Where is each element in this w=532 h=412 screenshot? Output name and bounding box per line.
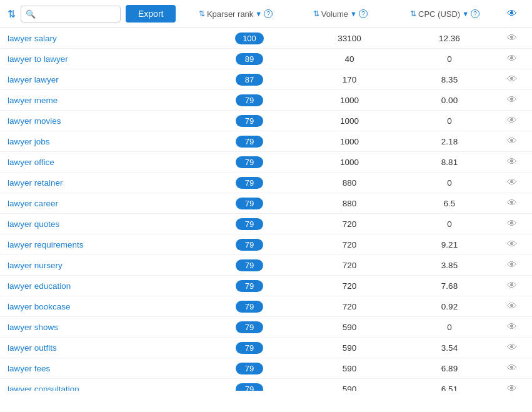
rank-cell: 79 bbox=[199, 136, 299, 148]
rank-badge: 100 bbox=[235, 33, 264, 44]
eye-toggle[interactable]: 👁 bbox=[499, 33, 524, 44]
eye-col-header[interactable]: 👁 bbox=[499, 8, 524, 19]
eye-toggle[interactable]: 👁 bbox=[499, 342, 524, 353]
search-input[interactable] bbox=[21, 6, 121, 23]
eye-toggle[interactable]: 👁 bbox=[499, 259, 524, 271]
eye-toggle[interactable]: 👁 bbox=[499, 239, 524, 250]
volume-cell: 590 bbox=[299, 343, 399, 353]
cpc-cell: 0 bbox=[399, 178, 499, 188]
eye-toggle[interactable]: 👁 bbox=[499, 136, 524, 147]
table-row: lawyer bookcase 79 720 0.92 👁 bbox=[0, 296, 532, 317]
eye-toggle[interactable]: 👁 bbox=[499, 383, 524, 391]
rank-cell: 79 bbox=[199, 363, 299, 374]
keyword-cell[interactable]: lawyer to lawyer bbox=[8, 54, 199, 64]
rank-cell: 79 bbox=[199, 280, 299, 292]
rank-cell: 79 bbox=[199, 218, 299, 230]
eye-toggle[interactable]: 👁 bbox=[499, 156, 524, 168]
cpc-cell: 6.5 bbox=[399, 199, 499, 208]
rank-cell: 89 bbox=[199, 53, 299, 65]
sort-icon[interactable]: ⇅ bbox=[8, 8, 16, 20]
keyword-cell[interactable]: lawyer office bbox=[8, 158, 199, 167]
volume-cell: 590 bbox=[299, 384, 399, 391]
volume-cell: 880 bbox=[299, 199, 399, 208]
eye-toggle[interactable]: 👁 bbox=[499, 198, 524, 209]
cpc-cell: 0 bbox=[399, 219, 499, 229]
volume-cell: 720 bbox=[299, 219, 399, 229]
volume-help-icon[interactable]: ? bbox=[359, 9, 368, 18]
keyword-cell[interactable]: lawyer fees bbox=[8, 364, 199, 373]
keyword-cell[interactable]: lawyer meme bbox=[8, 96, 199, 105]
cpc-label: CPC (USD) bbox=[418, 9, 460, 19]
rank-filter-icon[interactable]: ▼ bbox=[255, 10, 262, 18]
rank-cell: 79 bbox=[199, 383, 299, 391]
keyword-cell[interactable]: lawyer consultation bbox=[8, 384, 199, 391]
eye-toggle[interactable]: 👁 bbox=[499, 301, 524, 312]
volume-filter-icon[interactable]: ▼ bbox=[350, 10, 357, 18]
volume-cell: 170 bbox=[299, 75, 399, 84]
volume-cell: 590 bbox=[299, 323, 399, 332]
volume-cell: 1000 bbox=[299, 96, 399, 105]
cpc-col-header[interactable]: ⇅ CPC (USD) ▼ ? bbox=[395, 9, 494, 19]
keyword-cell[interactable]: lawyer jobs bbox=[8, 137, 199, 146]
eye-toggle[interactable]: 👁 bbox=[499, 363, 524, 374]
eye-toggle[interactable]: 👁 bbox=[499, 115, 524, 126]
rank-badge: 79 bbox=[236, 342, 263, 354]
cpc-cell: 12.36 bbox=[399, 34, 499, 43]
table-row: lawyer consultation 79 590 6.51 👁 bbox=[0, 379, 532, 391]
keyword-cell[interactable]: lawyer education bbox=[8, 281, 199, 291]
eye-toggle[interactable]: 👁 bbox=[499, 218, 524, 229]
keyword-cell[interactable]: lawyer requirements bbox=[8, 240, 199, 249]
keyword-cell[interactable]: lawyer outfits bbox=[8, 343, 199, 353]
keyword-cell[interactable]: lawyer shows bbox=[8, 323, 199, 332]
cpc-cell: 6.51 bbox=[399, 384, 499, 391]
table-row: lawyer lawyer 87 170 8.35 👁 bbox=[0, 69, 532, 90]
export-button[interactable]: Export bbox=[126, 5, 176, 23]
cpc-sort-icon: ⇅ bbox=[410, 9, 416, 18]
volume-cell: 720 bbox=[299, 261, 399, 270]
eye-toggle[interactable]: 👁 bbox=[499, 53, 524, 64]
rank-cell: 79 bbox=[199, 342, 299, 354]
rank-cell: 100 bbox=[199, 33, 299, 44]
cpc-filter-icon[interactable]: ▼ bbox=[462, 10, 469, 18]
volume-cell: 1000 bbox=[299, 137, 399, 146]
table-row: lawyer jobs 79 1000 2.18 👁 bbox=[0, 131, 532, 152]
keyword-cell[interactable]: lawyer lawyer bbox=[8, 75, 199, 84]
volume-cell: 40 bbox=[299, 54, 399, 64]
keyword-cell[interactable]: lawyer retainer bbox=[8, 178, 199, 188]
cpc-cell: 8.81 bbox=[399, 158, 499, 167]
rank-badge: 79 bbox=[236, 218, 263, 230]
keyword-cell[interactable]: lawyer nursery bbox=[8, 261, 199, 270]
cpc-help-icon[interactable]: ? bbox=[471, 9, 479, 18]
keyword-cell[interactable]: lawyer quotes bbox=[8, 219, 199, 229]
cpc-cell: 0.00 bbox=[399, 96, 499, 105]
rank-badge: 87 bbox=[236, 74, 263, 86]
rank-col-header[interactable]: ⇅ Kparser rank ▼ ? bbox=[186, 9, 285, 19]
volume-col-header[interactable]: ⇅ Volume ▼ ? bbox=[291, 9, 390, 19]
eye-toggle[interactable]: 👁 bbox=[499, 74, 524, 85]
volume-cell: 1000 bbox=[299, 116, 399, 126]
rank-help-icon[interactable]: ? bbox=[264, 9, 273, 18]
keyword-cell[interactable]: lawyer movies bbox=[8, 116, 199, 126]
table-row: lawyer meme 79 1000 0.00 👁 bbox=[0, 90, 532, 111]
table-row: lawyer quotes 79 720 0 👁 bbox=[0, 214, 532, 234]
rank-cell: 79 bbox=[199, 94, 299, 106]
cpc-cell: 0 bbox=[399, 323, 499, 332]
rank-cell: 79 bbox=[199, 198, 299, 209]
volume-cell: 720 bbox=[299, 240, 399, 249]
rank-badge: 79 bbox=[236, 363, 263, 374]
rank-badge: 79 bbox=[236, 280, 263, 292]
keyword-cell[interactable]: lawyer career bbox=[8, 199, 199, 208]
search-icon: 🔍 bbox=[26, 9, 36, 19]
keyword-cell[interactable]: lawyer salary bbox=[8, 34, 199, 43]
rank-cell: 79 bbox=[199, 177, 299, 189]
rank-badge: 79 bbox=[236, 115, 263, 127]
table-row: lawyer movies 79 1000 0 👁 bbox=[0, 111, 532, 131]
table-row: lawyer nursery 79 720 3.85 👁 bbox=[0, 255, 532, 276]
eye-toggle[interactable]: 👁 bbox=[499, 280, 524, 291]
toolbar: ⇅ 🔍 Export ⇅ Kparser rank ▼ ? ⇅ Volume ▼… bbox=[0, 0, 532, 28]
keyword-cell[interactable]: lawyer bookcase bbox=[8, 302, 199, 311]
eye-toggle[interactable]: 👁 bbox=[499, 321, 524, 333]
eye-toggle[interactable]: 👁 bbox=[499, 94, 524, 106]
eye-toggle[interactable]: 👁 bbox=[499, 177, 524, 188]
volume-label: Volume bbox=[321, 9, 348, 19]
